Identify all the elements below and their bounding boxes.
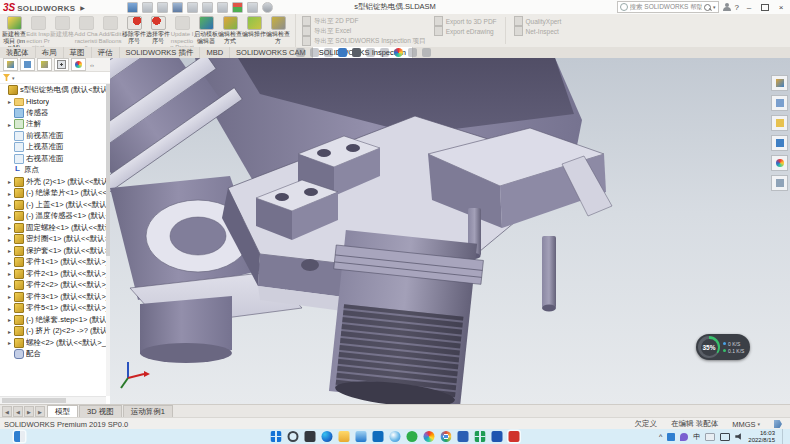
heads-up-icon[interactable] [352, 48, 361, 57]
ribbon-button[interactable]: 移除零件序号 [122, 15, 146, 47]
quick-access-icon[interactable] [172, 2, 183, 13]
next-tab-button[interactable]: ▶ [24, 406, 34, 417]
tree-item[interactable]: 保护套<1> (默认<<默认>_显示状 [0, 245, 106, 257]
ribbon-button[interactable]: 新建规格 [50, 15, 74, 47]
heads-up-icon[interactable] [296, 48, 305, 57]
network-speed-widget[interactable]: 35% 0 K/S 0.1 K/S [696, 334, 750, 360]
heads-up-icon[interactable] [338, 48, 347, 57]
quality-menu-item[interactable]: Net-Inspect [514, 27, 562, 35]
export-menu-item[interactable]: Export to 3D PDF [434, 17, 497, 25]
panel-tab[interactable] [3, 58, 18, 71]
close-button[interactable]: × [775, 2, 787, 12]
taskbar-app-icon[interactable] [373, 431, 384, 442]
tree-item[interactable]: 外壳 (2)<1> (默认<<默认>_显示状 [0, 176, 106, 188]
export-menu-item[interactable]: 导出至 SOLIDWORKS Inspection 项目 [302, 37, 426, 45]
ribbon-button[interactable]: 新建检查项目 (imp:M) [2, 15, 26, 47]
tree-item[interactable]: 零件5<1> (默认<<默认>_显示状态 [0, 303, 106, 315]
last-tab-button[interactable]: ▶ [35, 406, 45, 417]
tree-item[interactable]: 配合 [0, 349, 106, 361]
taskbar-app-icon[interactable] [441, 431, 452, 442]
search-caret-icon[interactable]: ▾ [713, 4, 716, 10]
tree-item[interactable]: 注解 [0, 119, 106, 131]
ribbon-tab[interactable]: 评估 [92, 47, 120, 58]
taskbar-app-icon[interactable] [288, 431, 299, 442]
heads-up-icon[interactable] [324, 48, 333, 57]
task-pane-tab[interactable] [771, 95, 788, 111]
tree-item[interactable]: (-) 绝缘套.step<1> (默认<<默认> [0, 314, 106, 326]
filter-caret-icon[interactable]: ▾ [12, 75, 15, 81]
ribbon-button[interactable]: Edit Inspection Project [26, 15, 50, 47]
ribbon-button[interactable]: 编辑检查方式 [218, 15, 242, 47]
ribbon-button[interactable]: Update Inspection Project [170, 15, 194, 47]
quality-menu-item[interactable]: QualityXpert [514, 17, 562, 25]
ribbon-tab[interactable]: 草图 [64, 47, 92, 58]
filter-icon[interactable] [3, 74, 10, 81]
tree-item[interactable]: 传感器 [0, 107, 106, 119]
quick-access-icon[interactable] [232, 2, 243, 13]
panel-tab[interactable] [71, 58, 86, 71]
task-pane-tab[interactable] [771, 155, 788, 171]
display-icon[interactable] [720, 433, 730, 441]
touch-keyboard-icon[interactable] [705, 433, 715, 441]
taskbar-app-icon[interactable] [424, 431, 435, 442]
tree-item[interactable]: 右视基准面 [0, 153, 106, 165]
tree-item[interactable]: s型铝锭热电偶 (默认<默认_显示状态-1> [0, 84, 106, 96]
tag-icon[interactable] [774, 420, 782, 428]
tree-item[interactable]: 密封圈<1> (默认<<默认>_显示状态 [0, 234, 106, 246]
tree-item[interactable]: (-) 温度传感器<1> (默认<<默认>_显示 [0, 211, 106, 223]
tree-item[interactable]: 零件1<1> (默认<<默认>_显示状态 [0, 257, 106, 269]
taskbar-app-icon[interactable] [458, 431, 469, 442]
quick-access-icon[interactable] [127, 2, 138, 13]
panel-tabs-overflow[interactable]: ‹› [90, 62, 94, 68]
taskbar-app-icon[interactable] [509, 431, 520, 442]
taskbar-app-icon[interactable] [271, 431, 282, 442]
taskbar-app-icon[interactable] [305, 431, 316, 442]
ribbon-button[interactable]: 编辑操作 [242, 15, 266, 47]
quick-access-icon[interactable] [187, 2, 198, 13]
unit-system-selector[interactable]: MMGS ▾ [732, 420, 760, 429]
tree-item[interactable]: (-) 绝缘垫片<1> (默认<<默认>_显 [0, 188, 106, 200]
export-menu-item[interactable]: 导出至 2D PDF [302, 17, 426, 25]
quick-access-icon[interactable] [142, 2, 153, 13]
ribbon-button[interactable]: 启动模板编辑器 [194, 15, 218, 47]
solidworks-app-icon[interactable] [14, 431, 25, 442]
tray-chevron-icon[interactable]: ^ [659, 433, 662, 440]
task-pane-tab[interactable] [771, 175, 788, 191]
taskbar-app-icon[interactable] [339, 431, 350, 442]
task-pane-tab[interactable] [771, 115, 788, 131]
login-user-icon[interactable] [723, 3, 731, 11]
ribbon-tab[interactable]: 布局 [36, 47, 64, 58]
tree-item[interactable]: 固定螺栓<1> (默认<<默认>_显示状 [0, 222, 106, 234]
task-pane-tab[interactable] [771, 75, 788, 91]
tree-item[interactable]: 上视基准面 [0, 142, 106, 154]
taskbar-app-icon[interactable] [492, 431, 503, 442]
tree-item[interactable]: (-) 上盖<1> (默认<<默认>_显示状 [0, 199, 106, 211]
tree-item[interactable]: (-) 挤片 (2)<2> ->? (默认<<默认> [0, 326, 106, 338]
tree-item[interactable]: 前视基准面 [0, 130, 106, 142]
ribbon-tab[interactable]: 装配体 [0, 47, 36, 58]
tray-app-purple-icon[interactable] [680, 433, 688, 441]
search-scope-icon[interactable] [620, 3, 628, 11]
taskbar-app-icon[interactable] [322, 431, 333, 442]
quick-access-icon[interactable] [157, 2, 168, 13]
ribbon-button[interactable]: 选择零件序号 [146, 15, 170, 47]
heads-up-icon[interactable] [422, 48, 431, 57]
ribbon-tab[interactable]: SOLIDWORKS 插件 [120, 47, 201, 58]
restore-button[interactable] [759, 2, 771, 12]
panel-tab[interactable] [37, 58, 52, 71]
heads-up-icon[interactable] [310, 48, 319, 57]
search-input[interactable]: 搜索 SOLIDWORKS 帮助 [630, 3, 702, 12]
scrollbar-thumb[interactable] [2, 398, 66, 403]
search-icon[interactable] [704, 4, 711, 11]
show-desktop-button[interactable] [782, 429, 786, 444]
quick-access-icon[interactable] [202, 2, 213, 13]
prev-tab-button[interactable]: ◀ [13, 406, 23, 417]
export-menu-item[interactable]: Export eDrawing [434, 27, 497, 35]
ime-indicator[interactable]: 中 [693, 432, 700, 442]
taskbar-app-icon[interactable] [356, 431, 367, 442]
tree-item[interactable]: 零件3<1> (默认<<默认>_显示状态 [0, 291, 106, 303]
heads-up-icon[interactable] [366, 48, 375, 57]
first-tab-button[interactable]: ◀ [2, 406, 12, 417]
panel-tab[interactable] [20, 58, 35, 71]
heads-up-icon[interactable] [380, 48, 389, 57]
